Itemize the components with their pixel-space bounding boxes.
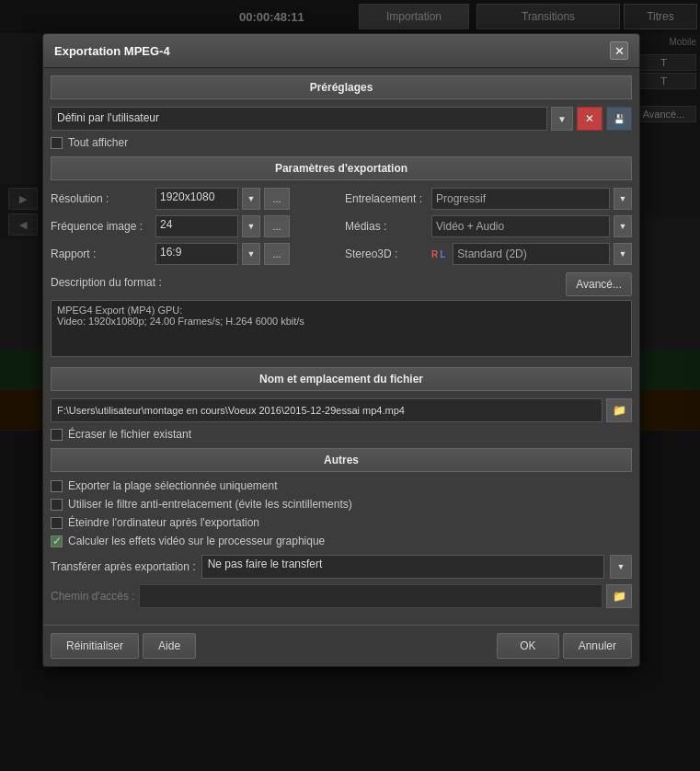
stereo-select[interactable]: Standard (2D) — [453, 243, 610, 265]
overwrite-checkbox[interactable] — [51, 429, 63, 441]
others-checkbox-2[interactable] — [51, 517, 63, 529]
transfer-label: Transférer après exportation : — [51, 560, 196, 573]
media-dropdown[interactable]: ▼ — [614, 215, 632, 237]
modal-title-bar: Exportation MPEG-4 ✕ — [43, 34, 639, 68]
desc-label: Description du format : — [51, 276, 162, 289]
interlace-dropdown[interactable]: ▼ — [614, 188, 632, 210]
path-browse-button[interactable]: 📁 — [606, 584, 632, 608]
others-label-0: Exporter la plage sélectionnée uniquemen… — [68, 479, 277, 492]
desc-header-row: Description du format : Avancé... — [51, 272, 632, 296]
ratio-select[interactable]: 16:9 — [155, 243, 238, 265]
cancel-button[interactable]: Annuler — [563, 633, 632, 659]
ok-button[interactable]: OK — [497, 633, 558, 659]
file-path-row: 📁 — [51, 398, 632, 422]
path-label: Chemin d'accès : — [51, 590, 135, 603]
show-all-row: Tout afficher — [51, 136, 632, 149]
others-section-header: Autres — [51, 448, 632, 472]
desc-section: document.querySelector('[data-name="desc… — [51, 300, 632, 360]
others-item-0: Exporter la plage sélectionnée uniquemen… — [51, 479, 632, 492]
modal-close-button[interactable]: ✕ — [610, 41, 628, 60]
interlace-label: Entrelacement : — [345, 192, 428, 205]
show-all-checkbox[interactable] — [51, 137, 63, 149]
interlace-row: Entrelacement : Progressif ▼ — [345, 188, 632, 210]
preset-save-button[interactable]: 💾 — [606, 107, 632, 131]
show-all-label: Tout afficher — [68, 136, 128, 149]
transfer-select[interactable]: Ne pas faire le transfert — [201, 555, 604, 579]
presets-row: Défini par l'utilisateur ▼ ✕ 💾 — [51, 107, 632, 131]
framerate-row: Fréquence image : 24 ▼ ... — [51, 215, 338, 237]
params-grid: Résolution : 1920x1080 ▼ ... Fréquence i… — [51, 188, 632, 265]
preset-dropdown-arrow[interactable]: ▼ — [551, 107, 573, 131]
stereo-icon: R L — [431, 249, 445, 259]
ratio-label: Rapport : — [51, 247, 152, 260]
reset-button[interactable]: Réinitialiser — [51, 633, 139, 659]
others-list: Exporter la plage sélectionnée uniquemen… — [51, 479, 632, 547]
resolution-label: Résolution : — [51, 192, 152, 205]
interlace-select[interactable]: Progressif — [431, 188, 610, 210]
resolution-dots-button[interactable]: ... — [264, 188, 290, 210]
ratio-dots-button[interactable]: ... — [264, 243, 290, 265]
path-input[interactable] — [139, 584, 602, 608]
desc-textarea[interactable] — [51, 300, 632, 357]
file-path-input[interactable] — [51, 398, 602, 422]
help-button[interactable]: Aide — [143, 633, 196, 659]
params-right: Entrelacement : Progressif ▼ Médias : Vi… — [345, 188, 632, 265]
transfer-row: Transférer après exportation : Ne pas fa… — [51, 555, 632, 579]
others-checkbox-1[interactable] — [51, 499, 63, 511]
framerate-dots-button[interactable]: ... — [264, 215, 290, 237]
others-label-2: Éteindre l'ordinateur après l'exportatio… — [68, 516, 259, 529]
path-row: Chemin d'accès : 📁 — [51, 584, 632, 608]
others-label-1: Utiliser le filtre anti-entrelacement (é… — [68, 498, 352, 511]
framerate-dropdown[interactable]: ▼ — [242, 215, 260, 237]
preset-delete-button[interactable]: ✕ — [577, 107, 602, 131]
framerate-select[interactable]: 24 — [155, 215, 238, 237]
overwrite-label: Écraser le fichier existant — [68, 428, 191, 441]
file-browse-button[interactable]: 📁 — [606, 398, 632, 422]
stereo-row: Stereo3D : R L Standard (2D) ▼ — [345, 243, 632, 265]
others-label-3: Calculer les effets vidéo sur le process… — [68, 535, 325, 547]
export-dialog: Exportation MPEG-4 ✕ Préréglages Défini … — [42, 33, 640, 667]
others-checkbox-3[interactable]: ✓ — [51, 535, 63, 547]
others-item-1: Utiliser le filtre anti-entrelacement (é… — [51, 498, 632, 511]
others-item-3: ✓ Calculer les effets vidéo sur le proce… — [51, 535, 632, 547]
modal-body: Préréglages Défini par l'utilisateur ▼ ✕… — [43, 68, 639, 625]
media-select[interactable]: Vidéo + Audio — [431, 215, 610, 237]
avance-button[interactable]: Avancé... — [566, 272, 632, 296]
stereo-label: Stereo3D : — [345, 247, 428, 260]
ratio-row: Rapport : 16:9 ▼ ... — [51, 243, 338, 265]
overwrite-row: Écraser le fichier existant — [51, 428, 632, 441]
file-section-header: Nom et emplacement du fichier — [51, 367, 632, 391]
modal-title: Exportation MPEG-4 — [54, 44, 170, 58]
resolution-row: Résolution : 1920x1080 ▼ ... — [51, 188, 338, 210]
resolution-dropdown[interactable]: ▼ — [242, 188, 260, 210]
stereo-dropdown[interactable]: ▼ — [614, 243, 632, 265]
media-row: Médias : Vidéo + Audio ▼ — [345, 215, 632, 237]
modal-footer: Réinitialiser Aide OK Annuler — [43, 625, 639, 666]
media-label: Médias : — [345, 220, 428, 233]
presets-section-header: Préréglages — [51, 75, 632, 99]
transfer-dropdown[interactable]: ▼ — [610, 555, 632, 579]
others-checkbox-0[interactable] — [51, 480, 63, 492]
framerate-label: Fréquence image : — [51, 220, 152, 233]
export-params-section-header: Paramètres d'exportation — [51, 156, 632, 180]
preset-select[interactable]: Défini par l'utilisateur — [51, 107, 547, 131]
resolution-select[interactable]: 1920x1080 — [155, 188, 238, 210]
ratio-dropdown[interactable]: ▼ — [242, 243, 260, 265]
params-left: Résolution : 1920x1080 ▼ ... Fréquence i… — [51, 188, 338, 265]
others-item-2: Éteindre l'ordinateur après l'exportatio… — [51, 516, 632, 529]
